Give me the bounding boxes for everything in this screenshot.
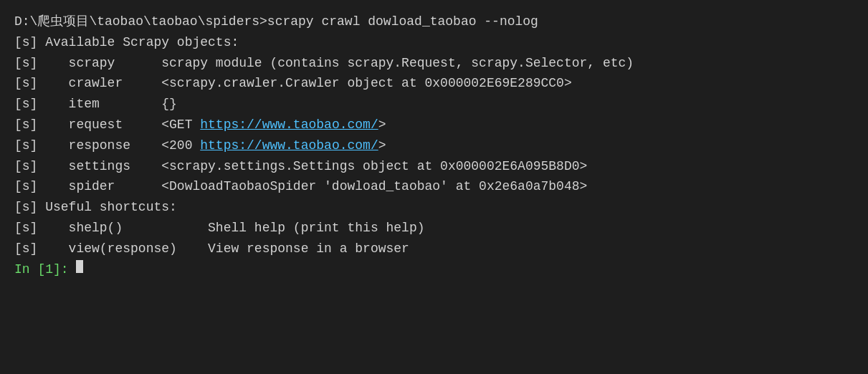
terminal-line-settings: [s] settings <scrapy.settings.Settings o… bbox=[14, 156, 854, 177]
line-suffix-response: > bbox=[378, 135, 386, 156]
request-link[interactable]: https://www.taobao.com/ bbox=[200, 115, 378, 135]
line-prefix-response: [s] response <200 bbox=[14, 135, 200, 156]
response-link[interactable]: https://www.taobao.com/ bbox=[200, 135, 378, 156]
terminal-window: D:\爬虫项目\taobao\taobao\spiders>scrapy cra… bbox=[0, 0, 868, 374]
line-text: [s] Available Scrapy objects: bbox=[14, 32, 239, 53]
line-text: [s] settings <scrapy.settings.Settings o… bbox=[14, 156, 587, 177]
terminal-line-view: [s] view(response) View response in a br… bbox=[14, 239, 854, 259]
terminal-line-spider: [s] spider <DowloadTaobaoSpider 'dowload… bbox=[14, 176, 854, 197]
line-text: [s] shelp() Shell help (print this help) bbox=[14, 218, 425, 239]
cursor bbox=[76, 260, 83, 273]
terminal-line-crawler: [s] crawler <scrapy.crawler.Crawler obje… bbox=[14, 73, 854, 94]
terminal-line-response: [s] response <200 https://www.taobao.com… bbox=[14, 135, 854, 156]
line-prefix: [s] scrapy scrapy module (contains scrap… bbox=[14, 53, 634, 74]
terminal-line-available: [s] Available Scrapy objects: bbox=[14, 32, 854, 53]
terminal-prompt-line: In [1]: bbox=[14, 259, 854, 280]
line-text: [s] Useful shortcuts: bbox=[14, 197, 177, 218]
terminal-line-shelp: [s] shelp() Shell help (print this help) bbox=[14, 218, 854, 239]
line-text: [s] view(response) View response in a br… bbox=[14, 239, 409, 259]
line-text: [s] item {} bbox=[14, 94, 177, 115]
line-text: [s] spider <DowloadTaobaoSpider 'dowload… bbox=[14, 176, 587, 197]
prompt-text: In [1]: bbox=[14, 259, 76, 280]
terminal-line-item: [s] item {} bbox=[14, 94, 854, 115]
line-suffix-request: > bbox=[378, 115, 386, 135]
command-text: D:\爬虫项目\taobao\taobao\spiders>scrapy cra… bbox=[14, 11, 538, 32]
line-prefix-request: [s] request <GET bbox=[14, 115, 200, 135]
line-text: [s] crawler <scrapy.crawler.Crawler obje… bbox=[14, 73, 572, 94]
terminal-line-scrapy: [s] scrapy scrapy module (contains scrap… bbox=[14, 53, 854, 74]
terminal-line-useful: [s] Useful shortcuts: bbox=[14, 197, 854, 218]
terminal-line-request: [s] request <GET https://www.taobao.com/… bbox=[14, 115, 854, 135]
command-line: D:\爬虫项目\taobao\taobao\spiders>scrapy cra… bbox=[14, 11, 854, 32]
